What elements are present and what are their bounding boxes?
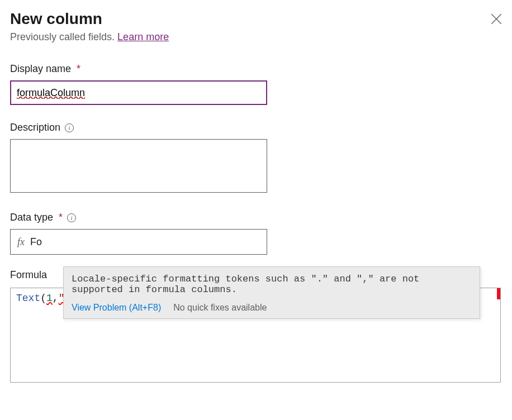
info-icon[interactable]: i xyxy=(65,123,74,132)
field-description: Description i xyxy=(10,122,502,195)
field-data-type: Data type * i fx Fo xyxy=(10,212,502,255)
field-display-name: Display name * xyxy=(10,63,502,105)
description-input[interactable] xyxy=(10,139,267,193)
formula-label: Formula xyxy=(10,269,47,281)
required-asterisk: * xyxy=(77,63,80,75)
tooltip-message: Locale-specific formatting tokens such a… xyxy=(72,274,472,295)
comma: , xyxy=(53,293,59,304)
data-type-value: Fo xyxy=(30,236,42,248)
display-name-input[interactable] xyxy=(10,80,267,105)
info-icon[interactable]: i xyxy=(67,213,76,222)
close-icon[interactable] xyxy=(491,13,502,25)
formula-fn: Text xyxy=(16,293,40,304)
learn-more-link[interactable]: Learn more xyxy=(117,31,169,42)
data-type-label: Data type xyxy=(10,212,53,223)
data-type-select[interactable]: fx Fo xyxy=(10,229,267,255)
formula-arg-num: 1 xyxy=(46,293,53,304)
error-tooltip: Locale-specific formatting tokens such a… xyxy=(63,266,480,319)
panel-title: New column xyxy=(10,10,169,28)
required-asterisk: * xyxy=(59,212,63,223)
display-name-label: Display name xyxy=(10,63,71,75)
panel-subtitle: Previously called fields. Learn more xyxy=(10,31,169,43)
fx-icon: fx xyxy=(17,236,25,248)
no-quick-fixes-text: No quick fixes available xyxy=(173,303,267,313)
view-problem-link[interactable]: View Problem (Alt+F8) xyxy=(72,303,161,313)
subtitle-text: Previously called fields. xyxy=(10,31,115,42)
error-indicator[interactable] xyxy=(497,288,500,299)
description-label: Description xyxy=(10,122,60,133)
paren-open: ( xyxy=(40,293,46,304)
